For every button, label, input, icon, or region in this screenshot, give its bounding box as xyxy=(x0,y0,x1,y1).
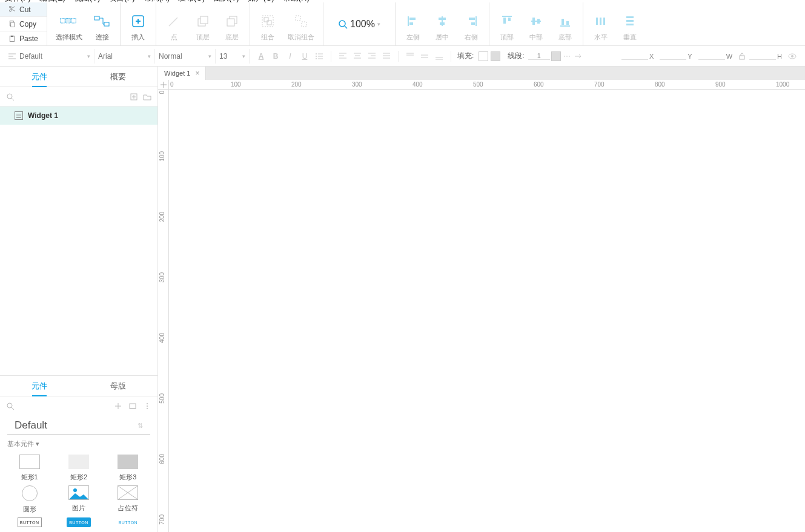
align-text-center[interactable] xyxy=(352,51,363,62)
valign-mid[interactable] xyxy=(419,51,430,62)
size-select[interactable]: 13▾ xyxy=(216,49,250,64)
style-select[interactable]: Default▾ xyxy=(4,49,94,64)
align-middle-button[interactable]: 中部 xyxy=(527,12,545,42)
distribute-v-button[interactable]: 垂直 xyxy=(621,12,639,42)
align-bottom-button[interactable]: 底部 xyxy=(556,12,574,42)
connect-label: 连接 xyxy=(96,33,109,42)
cut-button[interactable]: Cut xyxy=(0,2,47,17)
paste-button[interactable]: Paste xyxy=(0,31,47,45)
search-icon[interactable] xyxy=(6,402,15,410)
stroke-width-input[interactable] xyxy=(528,52,550,60)
y-input[interactable] xyxy=(660,52,686,60)
tab-widgets-outline[interactable]: 元件 xyxy=(0,67,79,87)
download-icon[interactable] xyxy=(128,402,137,410)
align-center-button[interactable]: 居中 xyxy=(433,12,451,42)
doc-tab-widget1[interactable]: Widget 1 × xyxy=(158,67,206,80)
canvas[interactable] xyxy=(169,90,805,532)
tab-overview[interactable]: 概要 xyxy=(79,67,157,87)
x-input[interactable] xyxy=(621,52,648,60)
svg-rect-1 xyxy=(11,22,15,27)
ruler-horizontal[interactable]: 0 100 200 300 400 500 600 700 800 900 10… xyxy=(169,80,805,90)
bullets-button[interactable] xyxy=(314,51,325,62)
italic-button[interactable]: I xyxy=(285,51,296,62)
align-text-right[interactable] xyxy=(366,51,377,62)
shape-circle[interactable]: 圆形 xyxy=(5,485,54,514)
placeholder-icon xyxy=(118,486,137,499)
eye-icon[interactable] xyxy=(788,52,797,61)
text-right-icon xyxy=(368,52,376,61)
fill-color-swatch[interactable] xyxy=(479,51,488,61)
bring-front-button[interactable]: 顶层 xyxy=(194,12,212,42)
svg-point-20 xyxy=(339,21,345,27)
add-icon[interactable] xyxy=(130,93,138,101)
svg-rect-31 xyxy=(562,19,564,25)
ungroup-button[interactable]: 取消组合 xyxy=(288,12,314,42)
send-back-button[interactable]: 底层 xyxy=(223,12,241,42)
more-icon[interactable] xyxy=(143,402,151,410)
lock-icon[interactable] xyxy=(738,53,746,60)
text-color-button[interactable]: A xyxy=(256,51,267,62)
shape-rect3[interactable]: 矩形3 xyxy=(104,455,153,482)
plus-icon[interactable] xyxy=(114,402,122,410)
align-right-button[interactable]: 右侧 xyxy=(462,12,480,42)
align-bottom-icon xyxy=(556,12,574,30)
shape-image[interactable]: 图片 xyxy=(54,485,103,514)
weight-select[interactable]: Normal▾ xyxy=(155,49,216,64)
library-section[interactable]: 基本元件 ▾ xyxy=(0,435,157,450)
distribute-h-button[interactable]: 水平 xyxy=(592,12,610,42)
shape-button1[interactable]: BUTTON xyxy=(5,517,54,527)
ruler-vertical[interactable]: 0 100 200 300 400 500 600 700 xyxy=(158,90,169,532)
search-icon xyxy=(338,19,348,29)
arrow-button[interactable] xyxy=(573,51,584,62)
outline-item-widget1[interactable]: Widget 1 xyxy=(0,107,157,125)
folder-icon[interactable] xyxy=(143,93,151,101)
align-text-left[interactable] xyxy=(337,51,348,62)
align-left-button[interactable]: 左侧 xyxy=(404,12,422,42)
line-style-button[interactable] xyxy=(562,51,573,62)
library-name[interactable]: Default ⇅ xyxy=(7,416,150,435)
shape-button3[interactable]: BUTTON xyxy=(104,517,153,527)
svg-point-40 xyxy=(316,56,317,57)
clipboard-group: Cut Copy Paste xyxy=(0,2,47,45)
shape-rect1[interactable]: 矩形1 xyxy=(5,455,54,482)
zoom-control[interactable]: 100% ▾ xyxy=(332,19,386,30)
connect-button[interactable]: 连接 xyxy=(93,12,111,42)
svg-rect-32 xyxy=(566,21,569,25)
svg-rect-8 xyxy=(94,16,99,20)
shape-button2[interactable]: BUTTON xyxy=(54,517,103,527)
svg-point-39 xyxy=(316,53,317,54)
h-input[interactable] xyxy=(749,52,776,60)
library-toolbar xyxy=(0,396,157,416)
copy-button[interactable]: Copy xyxy=(0,17,47,31)
group-button[interactable]: 组合 xyxy=(259,12,277,42)
align-text-justify[interactable] xyxy=(381,51,392,62)
outline-search-input[interactable] xyxy=(19,93,125,101)
valign-top[interactable] xyxy=(405,51,416,62)
valign-bot[interactable] xyxy=(434,51,445,62)
tab-masters[interactable]: 母版 xyxy=(79,376,157,396)
group-label: 组合 xyxy=(261,33,274,42)
align-top-button[interactable]: 顶部 xyxy=(498,12,516,42)
select-mode-button[interactable]: 选择模式 xyxy=(56,12,82,42)
outline-item-label: Widget 1 xyxy=(28,111,58,120)
bold-button[interactable]: B xyxy=(270,51,281,62)
fill-opacity-swatch[interactable] xyxy=(491,51,500,61)
font-select[interactable]: Arial▾ xyxy=(94,49,155,64)
ruler-origin[interactable] xyxy=(158,80,169,90)
sort-icon: ⇅ xyxy=(137,422,143,430)
stroke-color-swatch[interactable] xyxy=(551,51,561,61)
copy-icon xyxy=(8,21,16,28)
svg-rect-19 xyxy=(302,22,306,27)
svg-point-49 xyxy=(147,403,148,404)
cut-label: Cut xyxy=(19,5,31,14)
close-icon[interactable]: × xyxy=(195,69,199,77)
insert-button[interactable]: 插入 xyxy=(129,12,147,42)
shape-rect2[interactable]: 矩形2 xyxy=(54,455,103,482)
tab-widgets-lib[interactable]: 元件 xyxy=(0,376,79,396)
shape-placeholder[interactable]: 占位符 xyxy=(104,485,153,514)
svg-rect-30 xyxy=(537,19,540,24)
search-icon[interactable] xyxy=(6,93,15,101)
point-button[interactable]: 点 xyxy=(165,12,183,42)
underline-button[interactable]: U xyxy=(299,51,310,62)
w-input[interactable] xyxy=(698,52,725,60)
